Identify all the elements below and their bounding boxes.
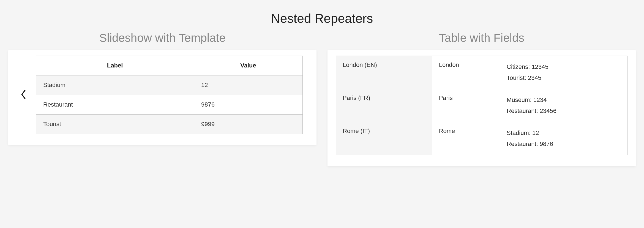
row-title: Rome (IT) [336, 122, 432, 155]
table-row: London (EN) London Citizens: 12345 Touri… [336, 56, 627, 89]
slideshow-table: Label Value Stadium 12 Restaur [36, 56, 303, 134]
slideshow-prev-button[interactable] [17, 89, 30, 100]
row-key: Paris [432, 89, 500, 122]
col-header-label: Label [36, 56, 194, 75]
row-items: Museum: 1234 Restaurant: 23456 [500, 89, 627, 122]
row-key: Rome [432, 122, 500, 155]
row-items: Stadium: 12 Restaurant: 9876 [500, 122, 627, 155]
cell-value: 12 [194, 75, 303, 95]
table-row: Paris (FR) Paris Museum: 1234 Restaurant… [336, 89, 627, 122]
table-row: Restaurant 9876 [36, 95, 303, 115]
cell-label: Stadium [36, 75, 194, 95]
table-row: Stadium 12 [36, 75, 303, 95]
col-header-value: Value [194, 56, 303, 75]
kv-line: Citizens: 12345 [507, 61, 621, 72]
row-title: Paris (FR) [336, 89, 432, 122]
kv-line: Restaurant: 23456 [507, 105, 621, 116]
cell-label: Tourist [36, 115, 194, 134]
kv-line: Museum: 1234 [507, 94, 621, 105]
kv-line: Stadium: 12 [507, 127, 621, 139]
right-section-title: Table with Fields [328, 31, 636, 45]
left-section-title: Slideshow with Template [8, 31, 316, 45]
table-row: Tourist 9999 [36, 115, 303, 134]
page-title: Nested Repeaters [8, 11, 636, 26]
row-key: London [432, 56, 500, 89]
cell-label: Restaurant [36, 95, 194, 115]
fields-card: London (EN) London Citizens: 12345 Touri… [328, 50, 636, 166]
kv-line: Tourist: 2345 [507, 72, 621, 83]
chevron-left-icon [20, 90, 26, 100]
row-items: Citizens: 12345 Tourist: 2345 [500, 56, 627, 89]
slideshow-card: Label Value Stadium 12 Restaur [8, 50, 316, 145]
cell-value: 9876 [194, 95, 303, 115]
fields-table: London (EN) London Citizens: 12345 Touri… [336, 56, 627, 155]
row-title: London (EN) [336, 56, 432, 89]
table-row: Rome (IT) Rome Stadium: 12 Restaurant: 9… [336, 122, 627, 155]
cell-value: 9999 [194, 115, 303, 134]
kv-line: Restaurant: 9876 [507, 139, 621, 150]
